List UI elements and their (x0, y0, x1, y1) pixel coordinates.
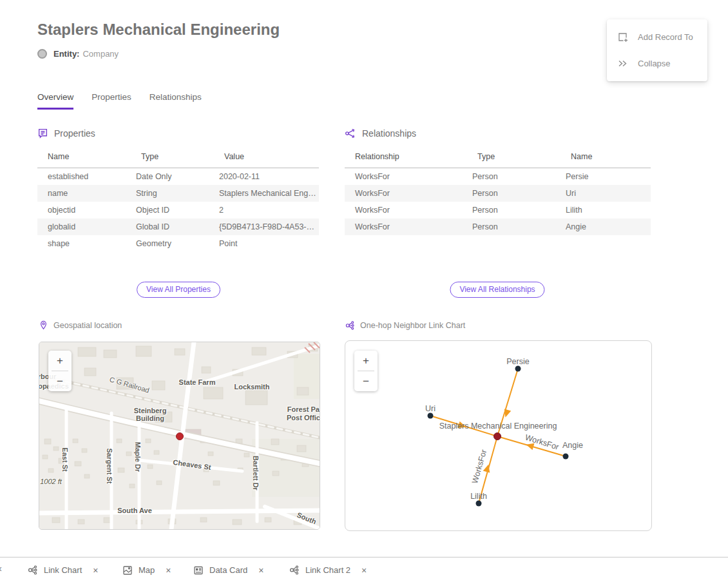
map-zoom-control: + − (48, 351, 72, 391)
related-entity-link[interactable]: Angie (560, 218, 651, 235)
map-scale-label: 1002 ft (40, 478, 62, 485)
close-tab-icon[interactable]: × (166, 565, 171, 576)
related-entity-link[interactable]: Uri (560, 185, 651, 202)
properties-table: Name Type Value established Date Only 20… (37, 148, 319, 252)
bottom-tab-link-chart-2[interactable]: Link Chart 2 × (289, 558, 367, 582)
close-tab-icon[interactable]: × (258, 565, 263, 576)
graph-node-lilith[interactable] (476, 501, 482, 507)
bottom-tab-data-card[interactable]: Data Card × (193, 558, 263, 582)
link-chart-section-header: One-hop Neighbor Link Chart (345, 320, 465, 331)
entity-type-dot-icon (37, 49, 47, 59)
table-row: WorksFor Person Lilith (345, 202, 651, 218)
data-card-page: Staplers Mechanical Engineering Entity: … (0, 0, 728, 582)
property-value: Staplers Mechanical Eng… (214, 185, 319, 202)
property-name: globalid (37, 218, 131, 235)
column-header: Type (131, 148, 214, 168)
link-chart-zoom-out-button[interactable]: − (354, 371, 378, 391)
table-row: established Date Only 2020-02-11 (37, 168, 319, 186)
view-all-properties-button[interactable]: View All Properties (137, 282, 220, 298)
entity-label: Entity: (53, 49, 79, 59)
bottom-tab-link-chart[interactable]: Link Chart × (27, 558, 98, 582)
relationship-type: Person (467, 168, 560, 186)
tab-properties[interactable]: Properties (91, 92, 131, 110)
view-all-relationships-button[interactable]: View All Relationships (450, 282, 544, 298)
table-row: shape Geometry Point (37, 235, 319, 252)
graph-node-uri[interactable] (428, 413, 434, 419)
partial-tab-close-icon[interactable]: × (0, 564, 2, 574)
node-label-center: Staplers Mechanical Engineering (439, 422, 557, 431)
map-zoom-out-button[interactable]: − (48, 371, 72, 391)
tab-relationships[interactable]: Relationships (149, 92, 202, 110)
context-menu: Add Record To Collapse (607, 19, 707, 81)
map-label: Building (136, 414, 164, 422)
property-type: Object ID (131, 202, 214, 218)
node-label-lilith: Lilith (470, 492, 487, 501)
properties-section-title: Properties (54, 128, 95, 139)
node-label-uri: Uri (425, 404, 436, 413)
property-value: Point (214, 235, 319, 252)
bottom-tab-bar: × Link Chart × Map × (0, 557, 728, 582)
relationship-link[interactable]: WorksFor (345, 218, 467, 235)
relationship-link[interactable]: WorksFor (345, 202, 467, 218)
link-chart-view[interactable]: WorksFor WorksFor Persie Uri Angie Lilit… (345, 340, 652, 531)
map-label: Steinberg (134, 407, 167, 414)
property-name: established (37, 168, 131, 186)
card-tabs: Overview Properties Relationships (37, 92, 202, 110)
menu-item-label: Collapse (638, 59, 671, 68)
table-row: globalid Global ID {5D9B4713-F98D-4A53-… (37, 218, 319, 235)
graph-node-persie[interactable] (515, 366, 521, 372)
map-label: Forest Par (287, 405, 320, 413)
data-card-icon (193, 565, 204, 576)
close-tab-icon[interactable]: × (361, 565, 367, 576)
related-entity-link[interactable]: Lilith (560, 202, 651, 218)
relationships-icon (345, 128, 356, 139)
related-entity-link[interactable]: Persie (560, 168, 651, 186)
map-icon (122, 565, 133, 576)
bottom-tab-label: Link Chart 2 (305, 565, 350, 575)
map-label: Maple Dr (134, 442, 142, 472)
relationship-type: Person (467, 202, 560, 218)
entity-type-value: Company (82, 49, 119, 59)
link-chart-icon (345, 320, 355, 331)
map-label: Locksmith (234, 383, 269, 391)
collapse-icon (617, 58, 628, 69)
column-header: Relationship (345, 148, 467, 168)
close-tab-icon[interactable]: × (93, 565, 98, 576)
menu-item-collapse[interactable]: Collapse (607, 50, 707, 77)
node-label-persie: Persie (506, 357, 529, 366)
property-name: name (37, 185, 131, 202)
map-label: East St (61, 447, 69, 471)
link-chart-zoom-control: + − (354, 351, 378, 391)
relationship-link[interactable]: WorksFor (345, 185, 467, 202)
graph-node-angie[interactable] (563, 454, 569, 460)
geospatial-section-title: Geospatial location (53, 321, 122, 330)
map-label: Post Offic (287, 414, 320, 422)
property-value: 2 (214, 202, 319, 218)
tab-overview[interactable]: Overview (37, 92, 73, 110)
map-label: State Farm (179, 378, 216, 386)
table-row: name String Staplers Mechanical Eng… (37, 185, 319, 202)
menu-item-add-record-to[interactable]: Add Record To (607, 24, 707, 50)
entity-row: Entity: Company (37, 49, 119, 59)
table-row: WorksFor Person Uri (345, 185, 651, 202)
relationship-link[interactable]: WorksFor (345, 168, 467, 186)
map-view[interactable]: rbour opaedics C G Railroad State Farm L… (39, 342, 320, 530)
property-type: Date Only (131, 168, 214, 186)
property-value: 2020-02-11 (214, 168, 319, 186)
bottom-tab-map[interactable]: Map × (122, 558, 171, 582)
map-marker[interactable] (177, 433, 184, 440)
column-header: Name (560, 148, 651, 168)
graph-node-center[interactable] (494, 433, 501, 440)
add-record-icon (617, 32, 628, 43)
property-value: {5D9B4713-F98D-4A53-… (214, 218, 319, 235)
map-canvas (39, 342, 320, 529)
relationships-section-header: Relationships (345, 128, 416, 139)
bottom-tab-label: Map (139, 565, 155, 575)
table-row: WorksFor Person Angie (345, 218, 651, 235)
map-zoom-in-button[interactable]: + (48, 351, 72, 371)
link-chart-zoom-in-button[interactable]: + (354, 351, 378, 371)
table-row: objectid Object ID 2 (37, 202, 319, 218)
link-chart-icon (27, 565, 38, 576)
bottom-tab-label: Data Card (209, 565, 247, 575)
bottom-tab-label: Link Chart (44, 565, 82, 575)
